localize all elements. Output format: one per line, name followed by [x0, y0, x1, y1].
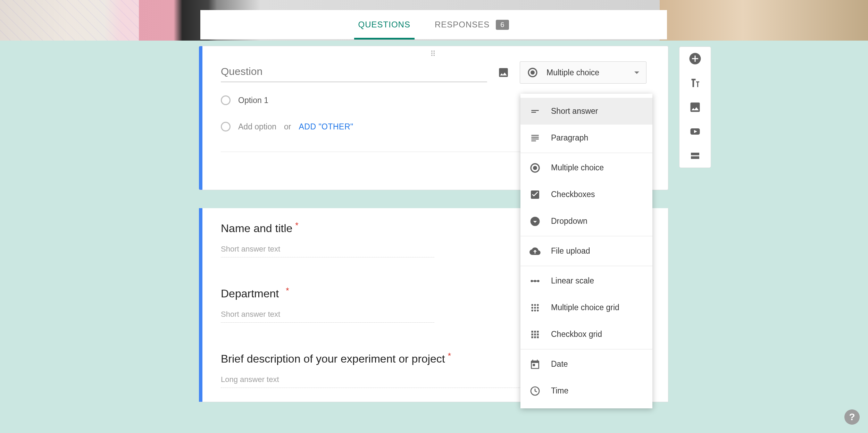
menu-linear-scale[interactable]: Linear scale: [520, 268, 652, 294]
svg-point-17: [534, 309, 536, 311]
menu-label: Time: [551, 386, 568, 396]
svg-point-10: [531, 304, 533, 306]
menu-separator: [520, 266, 652, 266]
menu-label: Checkbox grid: [551, 330, 602, 339]
add-question-button[interactable]: [689, 52, 701, 65]
add-video-button[interactable]: [689, 125, 701, 138]
answer-placeholder: Short answer text: [221, 245, 434, 257]
drag-handle-icon[interactable]: ⠿: [199, 46, 668, 59]
svg-rect-25: [531, 336, 533, 338]
question-type-selector[interactable]: Multiple choice: [520, 61, 646, 84]
or-text: or: [284, 122, 291, 131]
svg-point-3: [533, 166, 537, 170]
svg-point-13: [531, 307, 533, 308]
svg-rect-32: [691, 156, 699, 159]
radio-icon: [529, 162, 541, 173]
menu-short-answer[interactable]: Short answer: [520, 98, 652, 125]
add-option-link[interactable]: Add option: [238, 122, 276, 131]
tab-responses-label: RESPONSES: [435, 20, 490, 29]
tab-responses[interactable]: RESPONSES 6: [435, 10, 509, 40]
dropdown-icon: [529, 216, 541, 227]
svg-point-15: [537, 307, 539, 308]
tab-questions-label: QUESTIONS: [358, 20, 410, 29]
required-asterisk: *: [295, 221, 298, 230]
tab-bar: QUESTIONS RESPONSES 6: [200, 10, 667, 40]
add-image-button[interactable]: [689, 101, 701, 113]
menu-checkboxes[interactable]: Checkboxes: [520, 181, 652, 208]
question-type-menu: Short answer Paragraph Multiple choice C…: [520, 94, 652, 408]
question-title: Department: [221, 287, 279, 300]
add-section-button[interactable]: [689, 150, 701, 162]
menu-label: Multiple choice grid: [551, 303, 619, 312]
responses-count-badge: 6: [496, 20, 509, 30]
required-asterisk: *: [286, 286, 289, 296]
question-title: Brief description of your experiment or …: [221, 353, 445, 365]
svg-point-11: [534, 304, 536, 306]
menu-label: Multiple choice: [551, 163, 604, 172]
calendar-icon: [529, 359, 541, 370]
radio-empty-icon: [221, 95, 231, 105]
menu-separator: [520, 153, 652, 153]
menu-multiple-choice[interactable]: Multiple choice: [520, 154, 652, 181]
svg-rect-24: [537, 333, 539, 335]
dot-grid-icon: [529, 302, 541, 313]
tab-questions[interactable]: QUESTIONS: [358, 10, 410, 40]
menu-label: File upload: [551, 246, 590, 256]
menu-file-upload[interactable]: File upload: [520, 238, 652, 264]
menu-cb-grid[interactable]: Checkbox grid: [520, 321, 652, 348]
svg-point-18: [537, 309, 539, 311]
add-title-button[interactable]: [689, 77, 701, 89]
active-accent: [199, 208, 202, 402]
required-asterisk: *: [448, 351, 451, 361]
menu-label: Paragraph: [551, 133, 588, 143]
menu-label: Dropdown: [551, 216, 587, 226]
form-header: QUESTIONS RESPONSES 6: [200, 10, 667, 40]
radio-empty-icon: [221, 122, 231, 131]
svg-rect-19: [531, 331, 533, 332]
svg-rect-9: [532, 280, 539, 281]
menu-label: Linear scale: [551, 276, 594, 286]
menu-label: Date: [551, 359, 568, 369]
linear-scale-icon: [529, 275, 541, 287]
side-toolbar: [679, 46, 711, 168]
svg-rect-22: [531, 333, 533, 335]
question-title: Name and title: [221, 222, 292, 235]
svg-rect-23: [534, 333, 536, 335]
paragraph-icon: [529, 133, 541, 144]
menu-time[interactable]: Time: [520, 377, 652, 404]
checkbox-icon: [529, 189, 541, 200]
svg-point-12: [537, 304, 539, 306]
svg-rect-27: [537, 336, 539, 338]
menu-label: Short answer: [551, 107, 598, 116]
chevron-down-icon: [634, 71, 639, 74]
radio-icon: [527, 67, 538, 78]
answer-placeholder: Short answer text: [221, 310, 434, 323]
svg-rect-20: [534, 331, 536, 332]
menu-separator: [520, 236, 652, 236]
cloud-upload-icon: [529, 246, 541, 257]
menu-paragraph[interactable]: Paragraph: [520, 125, 652, 151]
svg-point-16: [531, 309, 533, 311]
clock-icon: [529, 385, 541, 397]
add-other-link[interactable]: ADD "OTHER": [299, 122, 353, 131]
svg-point-1: [531, 70, 535, 75]
svg-point-14: [534, 307, 536, 308]
svg-rect-26: [534, 336, 536, 338]
question-type-label: Multiple choice: [546, 68, 626, 77]
menu-date[interactable]: Date: [520, 351, 652, 377]
svg-rect-21: [537, 331, 539, 332]
menu-dropdown[interactable]: Dropdown: [520, 208, 652, 235]
svg-rect-31: [691, 153, 699, 155]
menu-label: Checkboxes: [551, 190, 595, 199]
menu-mc-grid[interactable]: Multiple choice grid: [520, 294, 652, 321]
short-answer-icon: [529, 106, 541, 117]
question-title-input[interactable]: [221, 63, 487, 82]
square-grid-icon: [529, 329, 541, 340]
insert-image-icon[interactable]: [498, 67, 509, 78]
option-label: Option 1: [238, 96, 268, 105]
help-button[interactable]: ?: [844, 409, 860, 425]
active-accent: [199, 46, 202, 190]
menu-separator: [520, 349, 652, 349]
